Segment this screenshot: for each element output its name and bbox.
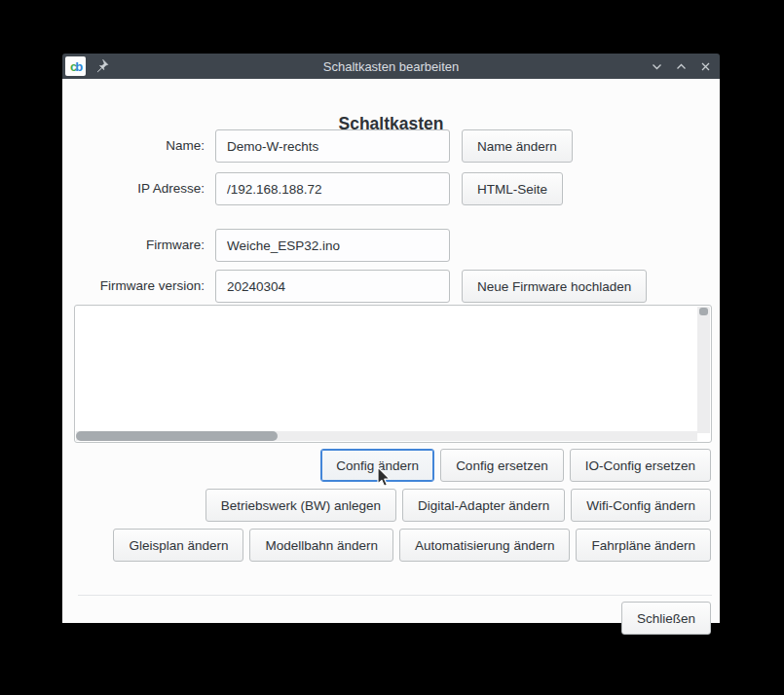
html-page-button[interactable]: HTML-Seite [462, 172, 563, 205]
maximize-icon[interactable] [675, 60, 688, 73]
ip-input[interactable] [215, 172, 450, 205]
form-row-name: Name: Name ändern [62, 129, 720, 163]
action-row-2: Betriebswerk (BW) anlegen Digital-Adapte… [205, 489, 711, 522]
action-row-3: Gleisplan ändern Modellbahn ändern Autom… [113, 529, 711, 562]
desktop: cb Schaltkasten bearbeiten Schaltkasten [0, 0, 784, 695]
app-icon-letter-b: b [75, 59, 81, 74]
config-textarea[interactable] [74, 305, 712, 443]
window-title: Schaltkasten bearbeiten [62, 59, 720, 74]
upload-firmware-button[interactable]: Neue Firmware hochladen [462, 270, 647, 303]
firmware-label: Firmware: [62, 229, 205, 262]
ip-label: IP Adresse: [62, 172, 205, 205]
close-icon[interactable] [699, 60, 712, 73]
change-name-button[interactable]: Name ändern [462, 129, 573, 163]
firmware-version-label: Firmware version: [62, 270, 205, 303]
digital-adapter-button[interactable]: Digital-Adapter ändern [402, 489, 565, 522]
footer-divider [78, 595, 712, 596]
form-row-firmware: Firmware: [62, 229, 720, 262]
form-row-firmware-version: Firmware version: Neue Firmware hochlade… [62, 270, 720, 303]
automation-button[interactable]: Automatisierung ändern [399, 529, 570, 562]
vertical-scrollbar[interactable] [697, 307, 710, 433]
track-plan-button[interactable]: Gleisplan ändern [113, 529, 243, 562]
wifi-config-button[interactable]: Wifi-Config ändern [571, 489, 711, 522]
config-replace-button[interactable]: Config ersetzen [440, 449, 564, 482]
name-label: Name: [62, 129, 205, 163]
titlebar[interactable]: cb Schaltkasten bearbeiten [62, 54, 720, 79]
model-railway-button[interactable]: Modellbahn ändern [249, 529, 393, 562]
firmware-input[interactable] [215, 229, 450, 262]
close-button[interactable]: Schließen [621, 602, 711, 635]
name-input[interactable] [215, 129, 450, 163]
firmware-version-input[interactable] [215, 270, 450, 303]
vertical-scrollbar-thumb[interactable] [699, 308, 708, 315]
dialog-window: cb Schaltkasten bearbeiten Schaltkasten [62, 54, 720, 623]
window-controls [651, 54, 712, 79]
form-row-ip: IP Adresse: HTML-Seite [62, 172, 720, 205]
app-icon[interactable]: cb [65, 56, 86, 76]
mouse-cursor [374, 465, 392, 489]
horizontal-scrollbar-thumb[interactable] [76, 431, 278, 441]
create-bw-button[interactable]: Betriebswerk (BW) anlegen [205, 489, 396, 522]
timetables-button[interactable]: Fahrpläne ändern [576, 529, 711, 562]
horizontal-scrollbar[interactable] [76, 431, 697, 441]
io-config-replace-button[interactable]: IO-Config ersetzen [570, 449, 711, 482]
pin-icon[interactable] [94, 58, 109, 73]
minimize-icon[interactable] [651, 60, 663, 73]
dialog-content: Schaltkasten Name: Name ändern IP Adress… [62, 79, 720, 623]
